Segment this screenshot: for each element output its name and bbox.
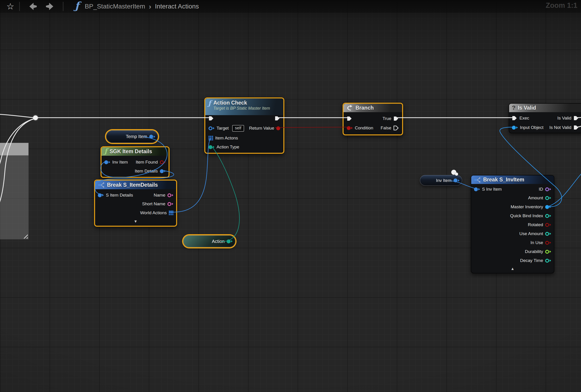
is-not-valid-label: Is Not Valid: [549, 125, 571, 130]
rotated-label: Rotated: [528, 222, 543, 227]
is-not-valid-out-pin[interactable]: Is Not Valid: [549, 124, 579, 131]
inv-item-pin[interactable]: Inv Item: [104, 158, 128, 166]
false-label: False: [381, 126, 391, 131]
blueprint-graph[interactable]: ƒ Action Check Target is BP Static Maste…: [0, 0, 581, 392]
inv-item-label: Inv Item: [436, 178, 452, 183]
action-output-pin[interactable]: [227, 239, 233, 243]
node-title: Action Check: [213, 100, 270, 106]
quick-bind-index-label: Quick Bind Index: [510, 213, 543, 218]
comment-box[interactable]: [0, 143, 29, 239]
divider: [19, 2, 20, 11]
true-pin[interactable]: True: [382, 115, 399, 123]
world-actions-pin[interactable]: World Actions: [140, 209, 174, 217]
durability-label: Durability: [525, 249, 543, 254]
node-action-check[interactable]: ƒ Action Check Target is BP Static Maste…: [204, 97, 284, 154]
short-name-pin[interactable]: Short Name: [142, 200, 174, 208]
item-details-pin[interactable]: Item Details: [135, 167, 166, 175]
node-sgk-item-details[interactable]: ƒ SGK Item Details Inv Item Item Found I…: [100, 146, 170, 178]
wire-bool-returnvalue-condition: [275, 127, 350, 128]
bookmark-star-icon[interactable]: ☆: [6, 2, 14, 11]
input-object-pin[interactable]: Input Object: [512, 124, 543, 131]
array-pin-icon: [208, 136, 213, 140]
node-break-s-itemdetails[interactable]: Break S_ItemDetails S Item Details Name …: [94, 180, 177, 227]
action-label: Action: [212, 239, 224, 244]
item-found-label: Item Found: [136, 160, 158, 165]
item-found-pin[interactable]: Item Found: [136, 158, 166, 166]
s-inv-item-pin[interactable]: S Inv Item: [474, 185, 502, 193]
variable-inv-item[interactable]: Inv Item: [420, 175, 462, 186]
in-use-pin[interactable]: In Use: [530, 239, 551, 247]
comment-resize-handle[interactable]: [22, 233, 28, 238]
node-break-s-invitem[interactable]: Break S_InvItem S Inv Item ID Amount Mas…: [471, 175, 554, 273]
item-actions-pin[interactable]: Item Actons: [208, 134, 238, 142]
forward-arrow-icon[interactable]: [46, 2, 54, 10]
target-self-value[interactable]: self: [232, 125, 244, 132]
wire-action-actiontype: [212, 147, 240, 241]
array-pin-icon: [169, 210, 174, 215]
function-icon: ƒ: [208, 100, 211, 107]
master-inventory-pin[interactable]: Master Inventory: [511, 203, 552, 211]
reroute-node[interactable]: [33, 115, 38, 120]
function-icon: ƒ: [104, 148, 107, 155]
expand-down-icon[interactable]: ▼: [134, 219, 138, 224]
temp-item-output-pin[interactable]: [149, 135, 155, 139]
inv-item-label: Inv Item: [112, 160, 128, 165]
branch-icon: [346, 105, 353, 111]
decay-time-label: Decay Time: [520, 258, 543, 263]
is-valid-label: Is Valid: [557, 116, 571, 121]
false-pin[interactable]: False: [381, 124, 399, 132]
divider: [63, 2, 64, 11]
breadcrumb-chevron-icon: ›: [149, 2, 151, 11]
collapse-up-icon[interactable]: ▲: [511, 266, 515, 271]
breadcrumb-parent[interactable]: BP_StaticMasterItem: [85, 3, 145, 10]
exec-in-pin[interactable]: [347, 115, 352, 123]
input-object-label: Input Object: [520, 125, 543, 130]
zoom-level-indicator: Zoom 1:1: [546, 1, 577, 10]
exec-in-pin[interactable]: Exec: [512, 114, 529, 122]
breadcrumb-current[interactable]: Interact Actions: [155, 3, 199, 10]
condition-pin[interactable]: Condition: [347, 124, 373, 132]
rotated-pin[interactable]: Rotated: [528, 221, 551, 229]
master-inventory-label: Master Inventory: [511, 204, 543, 209]
exec-label: Exec: [520, 116, 529, 121]
true-label: True: [382, 116, 391, 121]
is-valid-out-pin[interactable]: Is Valid: [557, 114, 579, 122]
variable-temp-item[interactable]: Temp Item: [106, 130, 158, 143]
s-item-details-pin[interactable]: S Item Details: [98, 191, 133, 199]
id-pin[interactable]: ID: [539, 185, 551, 193]
node-branch[interactable]: Branch True Condition False: [343, 103, 403, 135]
decay-time-pin[interactable]: Decay Time: [520, 257, 551, 264]
exec-in-pin[interactable]: [208, 114, 214, 122]
id-label: ID: [539, 187, 543, 192]
name-pin[interactable]: Name: [154, 191, 174, 199]
temp-item-label: Temp Item: [126, 134, 147, 139]
in-use-label: In Use: [530, 240, 543, 245]
short-name-label: Short Name: [142, 201, 165, 206]
exec-out-pin[interactable]: [275, 114, 280, 122]
s-inv-item-label: S Inv Item: [482, 187, 502, 192]
break-struct-icon: [98, 182, 105, 188]
node-title: Branch: [356, 105, 374, 111]
node-is-valid[interactable]: ? Is Valid Exec Is Valid Input Object Is…: [509, 103, 581, 133]
node-title: Break S_ItemDetails: [107, 182, 158, 188]
action-type-label: Action Type: [216, 145, 239, 150]
variable-action[interactable]: Action: [183, 235, 236, 247]
quick-bind-index-pin[interactable]: Quick Bind Index: [510, 212, 551, 220]
return-value-label: Return Value: [249, 126, 274, 131]
amount-label: Amount: [528, 196, 543, 200]
back-arrow-icon[interactable]: [29, 2, 37, 10]
s-item-details-label: S Item Details: [106, 193, 133, 198]
graph-title-bar: ☆ ƒ BP_StaticMasterItem › Interact Actio…: [0, 0, 581, 13]
use-amount-pin[interactable]: Use Amount: [520, 230, 552, 238]
name-label: Name: [154, 193, 165, 198]
amount-pin[interactable]: Amount: [528, 194, 551, 202]
action-type-pin[interactable]: Action Type: [208, 143, 239, 151]
return-value-pin[interactable]: Return Value: [249, 124, 280, 132]
node-title: Break S_InvItem: [483, 177, 524, 183]
node-title: SGK Item Details: [110, 148, 152, 155]
durability-pin[interactable]: Durability: [525, 248, 551, 255]
target-pin[interactable]: Target self: [208, 124, 244, 132]
comment-box-title[interactable]: [0, 143, 28, 156]
use-amount-label: Use Amount: [520, 231, 543, 236]
inv-item-output-pin[interactable]: [454, 179, 460, 182]
